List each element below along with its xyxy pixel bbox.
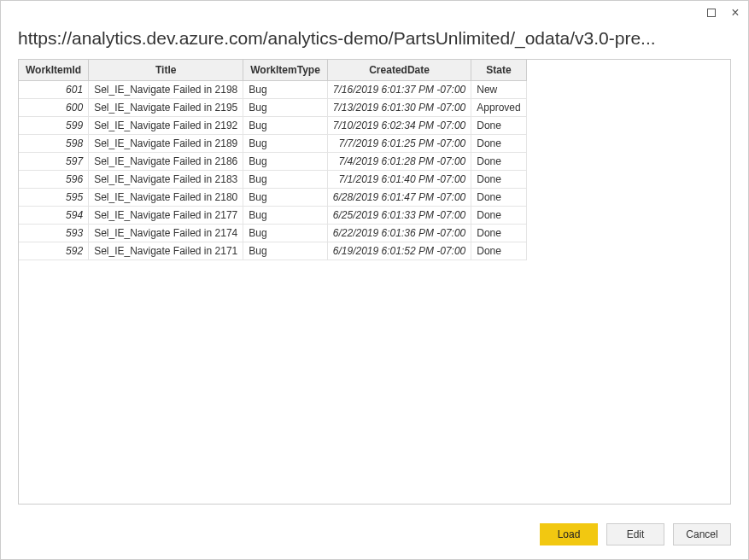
cell-createddate: 7/1/2019 6:01:40 PM -07:00 [327,171,471,189]
cell-createddate: 6/22/2019 6:01:36 PM -07:00 [327,225,471,242]
window-titlebar: × [1,1,748,25]
cell-state: Done [471,171,526,189]
cell-title: Sel_IE_Navigate Failed in 2183 [89,171,243,189]
cell-createddate: 7/7/2019 6:01:25 PM -07:00 [327,135,471,153]
table-row[interactable]: 592Sel_IE_Navigate Failed in 2171Bug6/19… [19,242,526,260]
preview-panel: WorkItemId Title WorkItemType CreatedDat… [18,59,731,505]
cell-state: Done [471,153,526,171]
cell-state: Done [471,117,526,135]
table-row[interactable]: 601Sel_IE_Navigate Failed in 2198Bug7/16… [19,81,526,99]
cell-createddate: 6/28/2019 6:01:47 PM -07:00 [327,189,471,207]
cell-createddate: 7/10/2019 6:02:34 PM -07:00 [327,117,471,135]
cell-workitemid: 597 [19,153,89,171]
table-row[interactable]: 599Sel_IE_Navigate Failed in 2192Bug7/10… [19,117,526,135]
cell-createddate: 6/19/2019 6:01:52 PM -07:00 [327,242,471,260]
table-row[interactable]: 600Sel_IE_Navigate Failed in 2195Bug7/13… [19,99,526,117]
table-row[interactable]: 598Sel_IE_Navigate Failed in 2189Bug7/7/… [19,135,526,153]
dialog-footer: Load Edit Cancel [1,515,748,559]
cell-createddate: 7/13/2019 6:01:30 PM -07:00 [327,99,471,117]
col-header-state[interactable]: State [471,60,526,81]
table-row[interactable]: 597Sel_IE_Navigate Failed in 2186Bug7/4/… [19,153,526,171]
cell-workitemtype: Bug [243,99,328,117]
maximize-button[interactable] [705,7,717,19]
cell-workitemtype: Bug [243,153,328,171]
cell-workitemid: 593 [19,225,89,242]
cell-title: Sel_IE_Navigate Failed in 2180 [89,189,243,207]
cell-workitemid: 598 [19,135,89,153]
table-header-row: WorkItemId Title WorkItemType CreatedDat… [19,60,526,81]
cell-title: Sel_IE_Navigate Failed in 2174 [89,225,243,242]
load-button[interactable]: Load [540,523,598,545]
cell-title: Sel_IE_Navigate Failed in 2177 [89,207,243,225]
cell-workitemid: 592 [19,242,89,260]
col-header-title[interactable]: Title [89,60,243,81]
cell-workitemtype: Bug [243,189,328,207]
cell-createddate: 7/4/2019 6:01:28 PM -07:00 [327,153,471,171]
cell-workitemid: 596 [19,171,89,189]
data-table: WorkItemId Title WorkItemType CreatedDat… [19,60,527,260]
cell-workitemid: 601 [19,81,89,99]
cell-state: Approved [471,99,526,117]
cell-createddate: 7/16/2019 6:01:37 PM -07:00 [327,81,471,99]
close-icon: × [731,6,739,20]
cell-state: Done [471,225,526,242]
cell-workitemid: 600 [19,99,89,117]
cell-state: Done [471,189,526,207]
cell-workitemtype: Bug [243,225,328,242]
col-header-workitemtype[interactable]: WorkItemType [243,60,328,81]
cell-state: Done [471,135,526,153]
cancel-button[interactable]: Cancel [673,523,731,545]
table-row[interactable]: 593Sel_IE_Navigate Failed in 2174Bug6/22… [19,225,526,242]
maximize-icon [707,9,716,17]
cell-workitemtype: Bug [243,242,328,260]
cell-title: Sel_IE_Navigate Failed in 2192 [89,117,243,135]
cell-workitemtype: Bug [243,117,328,135]
dialog-title: https://analytics.dev.azure.com/analytic… [1,25,748,59]
cell-state: New [471,81,526,99]
cell-workitemtype: Bug [243,135,328,153]
cell-workitemid: 594 [19,207,89,225]
close-button[interactable]: × [729,7,741,19]
col-header-createddate[interactable]: CreatedDate [327,60,471,81]
cell-workitemid: 595 [19,189,89,207]
cell-state: Done [471,242,526,260]
edit-button[interactable]: Edit [606,523,664,545]
table-row[interactable]: 594Sel_IE_Navigate Failed in 2177Bug6/25… [19,207,526,225]
cell-createddate: 6/25/2019 6:01:33 PM -07:00 [327,207,471,225]
cell-title: Sel_IE_Navigate Failed in 2189 [89,135,243,153]
cell-title: Sel_IE_Navigate Failed in 2198 [89,81,243,99]
cell-workitemtype: Bug [243,81,328,99]
table-row[interactable]: 595Sel_IE_Navigate Failed in 2180Bug6/28… [19,189,526,207]
cell-state: Done [471,207,526,225]
cell-workitemtype: Bug [243,171,328,189]
cell-title: Sel_IE_Navigate Failed in 2195 [89,99,243,117]
cell-workitemtype: Bug [243,207,328,225]
cell-workitemid: 599 [19,117,89,135]
table-body: 601Sel_IE_Navigate Failed in 2198Bug7/16… [19,81,526,260]
col-header-workitemid[interactable]: WorkItemId [19,60,89,81]
cell-title: Sel_IE_Navigate Failed in 2186 [89,153,243,171]
cell-title: Sel_IE_Navigate Failed in 2171 [89,242,243,260]
table-row[interactable]: 596Sel_IE_Navigate Failed in 2183Bug7/1/… [19,171,526,189]
